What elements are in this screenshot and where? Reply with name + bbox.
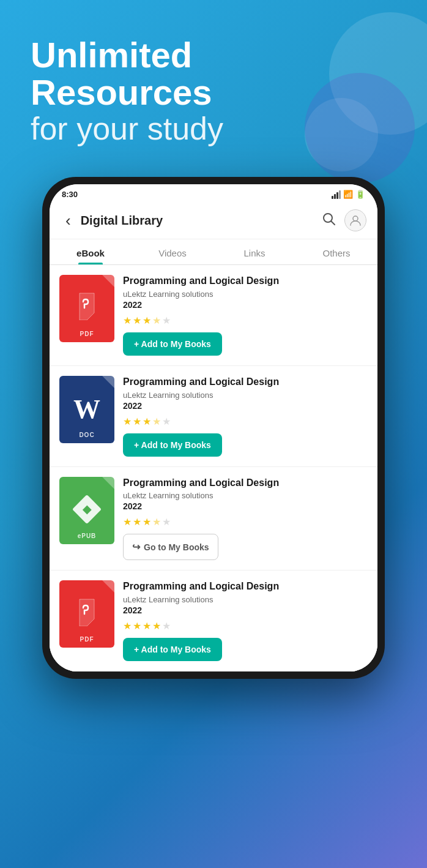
doc-icon: W <box>73 394 100 425</box>
book-year: 2022 <box>123 401 368 411</box>
search-icon[interactable] <box>322 212 336 229</box>
book-title: Programming and Logical Design <box>123 477 368 490</box>
svg-line-1 <box>332 221 335 225</box>
book-item: PDF Programming and Logical Design uLekt… <box>50 571 377 672</box>
cover-label-doc: DOC <box>79 432 94 438</box>
book-cover-pdf: PDF <box>59 275 114 342</box>
book-title: Programming and Logical Design <box>123 376 368 389</box>
star-rating: ★ ★ ★ ★ ★ <box>123 620 368 632</box>
cover-fold <box>102 580 114 593</box>
goto-books-button[interactable]: ↪ Go to My Books <box>123 534 218 560</box>
svg-point-2 <box>353 216 358 221</box>
signal-icon <box>332 190 341 199</box>
cover-fold <box>102 376 114 388</box>
wifi-icon: 📶 <box>343 190 353 199</box>
star-2: ★ <box>133 620 141 632</box>
star-5: ★ <box>162 416 171 427</box>
book-year: 2022 <box>123 300 368 310</box>
star-1: ★ <box>123 516 132 528</box>
back-button[interactable]: ‹ <box>61 209 76 233</box>
star-rating: ★ ★ ★ ★ ★ <box>123 315 368 326</box>
book-author: uLektz Learning solutions <box>123 595 368 604</box>
star-rating: ★ ★ ★ ★ ★ <box>123 416 368 427</box>
star-3: ★ <box>143 315 151 326</box>
star-4: ★ <box>152 416 161 427</box>
cover-label-pdf: PDF <box>80 331 94 337</box>
book-list: PDF Programming and Logical Design uLekt… <box>50 265 377 672</box>
phone-screen: 8:30 📶 🔋 ‹ Digital Library <box>50 184 377 672</box>
star-2: ★ <box>133 416 141 427</box>
book-item: ◆ ePUB Programming and Logical Design uL… <box>50 467 377 571</box>
status-bar: 8:30 📶 🔋 <box>50 184 377 203</box>
avatar-button[interactable] <box>344 209 366 231</box>
status-time: 8:30 <box>62 190 78 199</box>
pdf-icon <box>75 291 99 326</box>
star-4: ★ <box>152 516 161 528</box>
goto-label: Go to My Books <box>144 542 209 552</box>
star-5: ★ <box>162 516 171 528</box>
cover-fold <box>102 477 114 489</box>
tab-videos[interactable]: Videos <box>132 239 214 264</box>
phone-wrapper: 8:30 📶 🔋 ‹ Digital Library <box>0 177 427 679</box>
add-to-books-button[interactable]: + Add to My Books <box>123 433 222 457</box>
book-info: Programming and Logical Design uLektz Le… <box>123 275 368 356</box>
cover-fold <box>102 275 114 287</box>
add-to-books-button[interactable]: + Add to My Books <box>123 332 222 356</box>
book-cover-pdf: PDF <box>59 580 114 648</box>
star-2: ★ <box>133 516 141 528</box>
book-item: PDF Programming and Logical Design uLekt… <box>50 265 377 366</box>
star-5: ★ <box>162 620 171 632</box>
book-year: 2022 <box>123 605 368 615</box>
tab-others[interactable]: Others <box>295 239 377 264</box>
nav-icons <box>322 209 366 231</box>
book-author: uLektz Learning solutions <box>123 391 368 400</box>
star-3: ★ <box>143 416 151 427</box>
deco-circle-3 <box>305 73 415 183</box>
phone-frame: 8:30 📶 🔋 ‹ Digital Library <box>42 177 385 679</box>
star-1: ★ <box>123 620 132 632</box>
star-2: ★ <box>133 315 141 326</box>
cover-label-pdf2: PDF <box>80 636 94 643</box>
book-info: Programming and Logical Design uLektz Le… <box>123 477 368 561</box>
goto-arrow-icon: ↪ <box>132 541 140 553</box>
pdf-icon-2 <box>75 597 99 632</box>
book-info: Programming and Logical Design uLektz Le… <box>123 376 368 457</box>
book-cover-epub: ◆ ePUB <box>59 477 114 544</box>
book-title: Programming and Logical Design <box>123 580 368 593</box>
book-title: Programming and Logical Design <box>123 275 368 288</box>
tab-ebook[interactable]: eBook <box>50 239 132 264</box>
book-year: 2022 <box>123 501 368 511</box>
book-author: uLektz Learning solutions <box>123 290 368 299</box>
star-4: ★ <box>152 620 161 632</box>
star-5: ★ <box>162 315 171 326</box>
star-1: ★ <box>123 315 132 326</box>
epub-icon: ◆ <box>72 495 102 524</box>
add-to-books-button-4[interactable]: + Add to My Books <box>123 638 222 661</box>
cover-label-epub: ePUB <box>78 533 97 539</box>
star-rating: ★ ★ ★ ★ ★ <box>123 516 368 528</box>
book-cover-doc: W DOC <box>59 376 114 443</box>
tabs-bar: eBook Videos Links Others <box>50 239 377 265</box>
star-4: ★ <box>152 315 161 326</box>
star-1: ★ <box>123 416 132 427</box>
hero-section: Unlimited Resources for your study <box>0 0 427 171</box>
star-3: ★ <box>143 620 151 632</box>
battery-icon: 🔋 <box>355 190 365 199</box>
nav-title: Digital Library <box>81 214 322 228</box>
book-author: uLektz Learning solutions <box>123 491 368 500</box>
tab-links[interactable]: Links <box>214 239 295 264</box>
book-item: W DOC Programming and Logical Design uLe… <box>50 366 377 467</box>
book-info: Programming and Logical Design uLektz Le… <box>123 580 368 661</box>
top-nav: ‹ Digital Library <box>50 203 377 239</box>
star-3: ★ <box>143 516 151 528</box>
status-icons: 📶 🔋 <box>332 190 365 199</box>
